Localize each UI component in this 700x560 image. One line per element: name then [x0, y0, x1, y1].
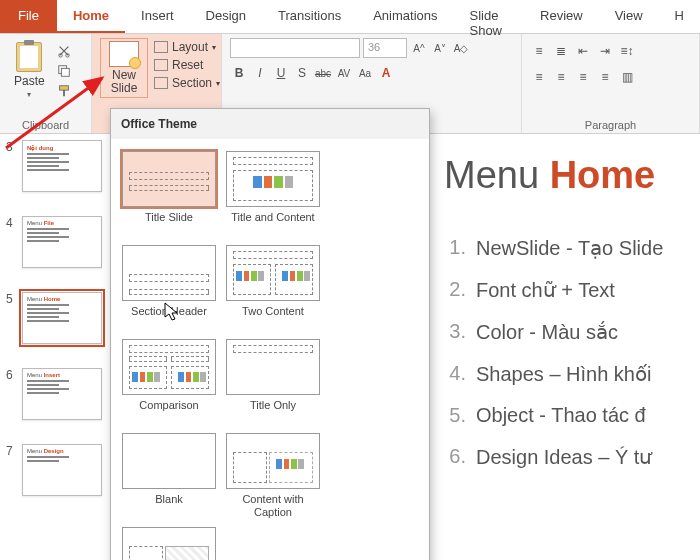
tab-home[interactable]: Home: [57, 0, 125, 33]
change-case-button[interactable]: Aa: [356, 64, 374, 82]
layout-section-header[interactable]: Section Header: [117, 241, 221, 333]
paste-button[interactable]: Paste ▾: [8, 38, 51, 103]
section-icon: [154, 77, 168, 89]
paragraph-group: ≡ ≣ ⇤ ⇥ ≡↕ ≡ ≡ ≡ ≡ ▥ Paragraph: [522, 34, 700, 133]
cut-icon[interactable]: [57, 44, 71, 58]
slide-title: Menu Home: [444, 154, 690, 197]
layout-button[interactable]: Layout▾: [154, 40, 220, 54]
numbering-button[interactable]: ≣: [552, 42, 570, 60]
new-slide-gallery: Office Theme Title Slide Title and Conte…: [110, 108, 430, 560]
tab-transitions[interactable]: Transitions: [262, 0, 357, 33]
underline-button[interactable]: U: [272, 64, 290, 82]
slide-thumbnails: 3 Nội dung 4 Menu File 5 Menu Home 6 Men…: [0, 134, 112, 560]
layout-icon: [154, 41, 168, 53]
svg-rect-3: [61, 68, 69, 76]
reset-button[interactable]: Reset: [154, 58, 220, 72]
align-center-button[interactable]: ≡: [552, 68, 570, 86]
thumb-7[interactable]: 7 Menu Design: [0, 438, 112, 514]
tab-view[interactable]: View: [599, 0, 659, 33]
paragraph-group-label: Paragraph: [530, 115, 691, 131]
tab-design[interactable]: Design: [190, 0, 262, 33]
tab-help[interactable]: H: [659, 0, 700, 33]
strike-button[interactable]: abc: [314, 64, 332, 82]
grow-font-icon[interactable]: A^: [410, 39, 428, 57]
thumb-6[interactable]: 6 Menu Insert: [0, 362, 112, 438]
indent-inc-button[interactable]: ⇥: [596, 42, 614, 60]
shrink-font-icon[interactable]: A˅: [431, 39, 449, 57]
bullets-button[interactable]: ≡: [530, 42, 548, 60]
paste-label: Paste: [14, 74, 45, 88]
layout-content-caption[interactable]: Content with Caption: [221, 429, 325, 521]
align-left-button[interactable]: ≡: [530, 68, 548, 86]
slide-body: 1.NewSlide - Tạo Slide 2.Font chữ + Text…: [444, 227, 690, 478]
slide-canvas: Menu Home 1.NewSlide - Tạo Slide 2.Font …: [432, 134, 700, 560]
gallery-header: Office Theme: [111, 109, 429, 139]
layout-comparison[interactable]: Comparison: [117, 335, 221, 427]
format-painter-icon[interactable]: [57, 84, 71, 98]
indent-dec-button[interactable]: ⇤: [574, 42, 592, 60]
line-spacing-button[interactable]: ≡↕: [618, 42, 636, 60]
reset-icon: [154, 59, 168, 71]
font-color-button[interactable]: A: [377, 64, 395, 82]
section-button[interactable]: Section▾: [154, 76, 220, 90]
tab-insert[interactable]: Insert: [125, 0, 190, 33]
layout-title-only[interactable]: Title Only: [221, 335, 325, 427]
svg-rect-5: [63, 90, 65, 96]
clipboard-group: Paste ▾ Clipboard: [0, 34, 92, 133]
bold-button[interactable]: B: [230, 64, 248, 82]
chevron-down-icon: ▾: [27, 90, 31, 99]
new-slide-button[interactable]: New Slide: [100, 38, 148, 98]
tab-animations[interactable]: Animations: [357, 0, 453, 33]
thumb-4[interactable]: 4 Menu File: [0, 210, 112, 286]
copy-icon[interactable]: [57, 64, 71, 78]
thumb-3[interactable]: 3 Nội dung: [0, 134, 112, 210]
clipboard-group-label: Clipboard: [8, 115, 83, 131]
layout-title-slide[interactable]: Title Slide: [117, 147, 221, 239]
align-right-button[interactable]: ≡: [574, 68, 592, 86]
clear-format-icon[interactable]: A◇: [452, 39, 470, 57]
layout-blank[interactable]: Blank: [117, 429, 221, 521]
ribbon-tabs: File Home Insert Design Transitions Anim…: [0, 0, 700, 34]
tab-review[interactable]: Review: [524, 0, 599, 33]
new-slide-icon: [109, 41, 139, 67]
paste-icon: [16, 42, 42, 72]
shadow-button[interactable]: S: [293, 64, 311, 82]
italic-button[interactable]: I: [251, 64, 269, 82]
layout-title-content[interactable]: Title and Content: [221, 147, 325, 239]
justify-button[interactable]: ≡: [596, 68, 614, 86]
tab-slideshow[interactable]: Slide Show: [453, 0, 524, 33]
layout-picture-caption[interactable]: Picture with Caption: [117, 523, 221, 560]
font-size-input[interactable]: 36: [363, 38, 407, 58]
char-spacing-button[interactable]: AV: [335, 64, 353, 82]
columns-button[interactable]: ▥: [618, 68, 636, 86]
layout-two-content[interactable]: Two Content: [221, 241, 325, 333]
font-family-input[interactable]: [230, 38, 360, 58]
new-slide-label: New Slide: [111, 69, 138, 95]
file-tab[interactable]: File: [0, 0, 57, 33]
thumb-5[interactable]: 5 Menu Home: [0, 286, 112, 362]
svg-rect-4: [59, 86, 68, 90]
